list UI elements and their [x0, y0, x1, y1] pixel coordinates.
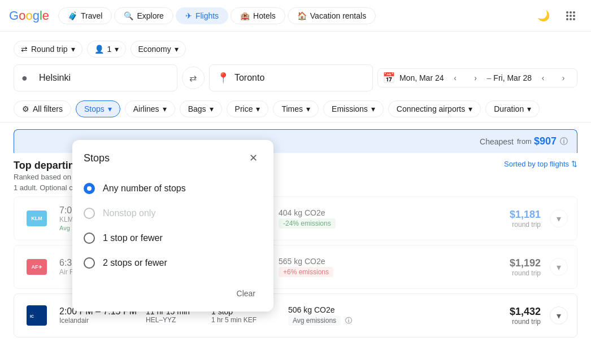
dates-area[interactable]: 📅 Mon, Mar 24 ‹ › – Fri, Mar 28 ‹ ›	[377, 68, 577, 87]
times-filter-button[interactable]: Times ▾	[273, 100, 319, 117]
date-separator: –	[487, 73, 492, 82]
stops-option-any-label: Any number of stops	[103, 183, 186, 194]
route-text-3: HEL–YYZ	[146, 316, 202, 324]
svg-point-0	[566, 11, 568, 14]
trip-type-button[interactable]: ⇄ Round trip ▾	[14, 41, 82, 58]
flight-emissions-3: 506 kg CO2e Avg emissions ⓘ	[288, 305, 367, 326]
svg-point-2	[573, 11, 575, 14]
swap-button[interactable]: ⇄	[182, 67, 205, 89]
price-chevron-icon: ▾	[256, 104, 260, 113]
nav-explore-label: Explore	[137, 11, 163, 20]
bags-filter-button[interactable]: Bags ▾	[180, 100, 222, 117]
svg-point-7	[570, 18, 572, 20]
nav-flights[interactable]: ✈ Flights	[176, 7, 228, 24]
stops-option-two[interactable]: 2 stops or fewer	[72, 251, 273, 275]
cabin-label: Economy	[138, 45, 171, 54]
price-value-2: $1,192	[510, 257, 541, 269]
filters-icon: ⚙	[22, 104, 29, 113]
stops-option-any[interactable]: Any number of stops	[72, 176, 273, 201]
header: Google 🧳 Travel 🔍 Explore ✈ Flights 🏨 Ho…	[0, 0, 591, 32]
svg-point-3	[566, 15, 568, 17]
radio-one	[84, 233, 95, 244]
nav-flights-label: Flights	[195, 11, 219, 20]
flight-price-2: $1,192 round trip	[510, 257, 541, 277]
search-inputs: ● ⇄ 📍 📅 Mon, Mar 24 ‹ › – Fri, Mar 28 ‹ …	[14, 64, 577, 91]
stops-clear-button[interactable]: Clear	[230, 284, 262, 302]
passengers-icon: 👤	[94, 45, 104, 54]
connecting-airports-label: Connecting airports	[397, 104, 465, 113]
stops-chevron-icon: ▾	[108, 104, 112, 113]
explore-icon: 🔍	[124, 11, 133, 20]
cheapest-price: $907	[534, 135, 557, 147]
stops-options: Any number of stops Nonstop only 1 stop …	[72, 174, 273, 278]
cheapest-info-icon[interactable]: ⓘ	[560, 137, 568, 147]
bags-chevron-icon: ▾	[210, 104, 214, 113]
price-value-1: $1,181	[510, 209, 541, 221]
flights-icon: ✈	[185, 11, 192, 20]
emissions-value-3: 506 kg CO2e	[288, 305, 367, 314]
price-label-1: round trip	[510, 221, 541, 229]
cabin-button[interactable]: Economy ▾	[131, 41, 185, 58]
sorted-by-label[interactable]: Sorted by top flights ⇅	[504, 160, 577, 168]
expand-button-3[interactable]: ▾	[550, 306, 568, 324]
svg-text:IC: IC	[30, 314, 34, 318]
times-chevron-icon: ▾	[306, 104, 310, 113]
date-next-button[interactable]: ›	[467, 69, 485, 87]
destination-input[interactable]	[209, 64, 373, 91]
dark-mode-toggle[interactable]: 🌙	[532, 5, 555, 27]
price-value-3: $1,432	[510, 306, 541, 318]
svg-point-6	[566, 18, 568, 20]
travel-icon: 🧳	[68, 11, 77, 20]
stops-option-one[interactable]: 1 stop or fewer	[72, 226, 273, 251]
nav-travel-label: Travel	[81, 11, 102, 20]
cheapest-label: Cheapest	[480, 137, 514, 146]
date-end-next-button[interactable]: ›	[554, 69, 572, 87]
stops-filter-button[interactable]: Stops ▾	[76, 100, 120, 117]
emissions-badge-1: -24% emissions	[279, 218, 336, 229]
google-logo: Google	[9, 8, 49, 23]
emissions-badge-2: +6% emissions	[279, 267, 333, 277]
trip-type-icon: ⇄	[21, 45, 28, 54]
duration-filter-button[interactable]: Duration ▾	[485, 100, 540, 117]
nav-hotels[interactable]: 🏨 Hotels	[231, 7, 285, 24]
stops-footer: Clear	[72, 278, 273, 312]
radio-two	[84, 257, 95, 269]
date-end-prev-button[interactable]: ‹	[534, 69, 552, 87]
expand-button-1[interactable]: ▾	[550, 209, 568, 227]
nav-travel[interactable]: 🧳 Travel	[58, 7, 112, 24]
nav-explore[interactable]: 🔍 Explore	[114, 7, 173, 24]
passengers-button[interactable]: 👤 1 ▾	[87, 41, 127, 58]
radio-nonstop	[84, 208, 95, 219]
flight-price-1: $1,181 round trip	[510, 209, 541, 229]
sorted-text: Sorted by top flights	[504, 160, 569, 168]
vacation-icon: 🏠	[297, 11, 307, 20]
emissions-info-icon[interactable]: ⓘ	[345, 317, 352, 324]
apps-button[interactable]	[559, 5, 582, 27]
price-label-3: round trip	[510, 318, 541, 326]
origin-input[interactable]	[14, 64, 177, 91]
emissions-filter-button[interactable]: Emissions ▾	[323, 100, 384, 117]
price-label-2: round trip	[510, 269, 541, 277]
all-filters-button[interactable]: ⚙ All filters	[14, 100, 71, 117]
filters-bar: ⚙ All filters Stops ▾ Airlines ▾ Bags ▾ …	[0, 96, 591, 122]
stops-option-nonstop-label: Nonstop only	[103, 208, 155, 218]
af-logo: AF ✈	[23, 253, 50, 280]
stops-close-button[interactable]: ✕	[244, 149, 262, 167]
bags-filter-label: Bags	[188, 104, 206, 113]
flight-emissions-1: 404 kg CO2e -24% emissions	[279, 208, 358, 229]
svg-point-1	[570, 11, 572, 14]
flight-price-3: $1,432 round trip	[510, 306, 541, 326]
stops-option-nonstop[interactable]: Nonstop only	[72, 201, 273, 226]
price-filter-button[interactable]: Price ▾	[227, 100, 269, 117]
from-label: from	[517, 137, 532, 146]
nav-hotels-label: Hotels	[253, 11, 276, 20]
emissions-chevron-icon: ▾	[371, 104, 375, 113]
origin-icon: ●	[21, 72, 28, 84]
airlines-filter-button[interactable]: Airlines ▾	[125, 100, 175, 117]
nav-vacation[interactable]: 🏠 Vacation rentals	[288, 7, 376, 24]
expand-button-2[interactable]: ▾	[550, 258, 568, 276]
date-prev-button[interactable]: ‹	[446, 69, 464, 87]
cabin-chevron: ▾	[175, 45, 179, 54]
date-start-label: Mon, Mar 24	[399, 73, 444, 82]
connecting-airports-filter-button[interactable]: Connecting airports ▾	[388, 100, 481, 117]
